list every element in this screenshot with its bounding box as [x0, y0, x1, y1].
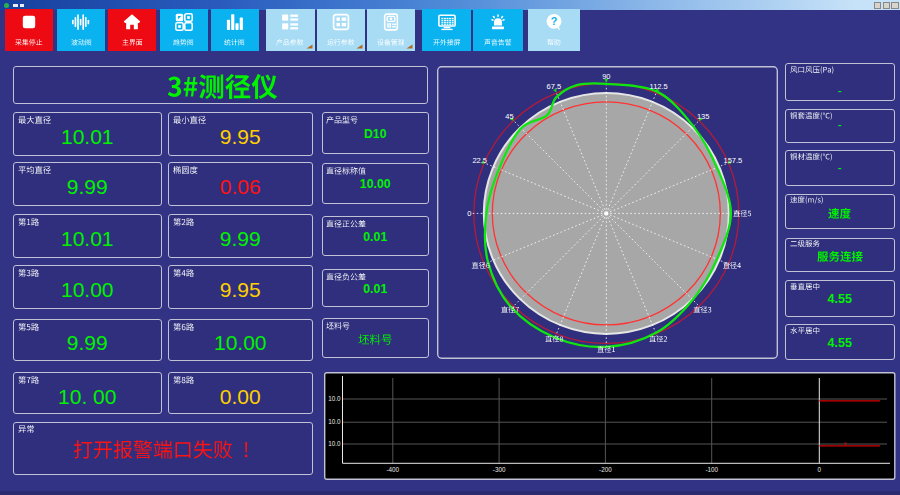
svg-text:67.5: 67.5	[546, 82, 561, 91]
svg-text:-400: -400	[386, 465, 399, 472]
svg-text:90: 90	[602, 71, 610, 80]
svg-text:22.5: 22.5	[472, 156, 487, 165]
svg-text:10.0: 10.0	[328, 395, 341, 402]
svg-text:112.5: 112.5	[649, 82, 667, 91]
svg-text:135: 135	[697, 111, 710, 120]
svg-text:x: x	[844, 439, 847, 445]
svg-text:0: 0	[818, 465, 822, 472]
svg-text:45: 45	[505, 111, 513, 120]
svg-text:0: 0	[467, 208, 471, 217]
svg-text:-200: -200	[599, 465, 612, 472]
svg-text:?: ?	[551, 15, 558, 27]
svg-text:-100: -100	[705, 465, 718, 472]
svg-text:157.5: 157.5	[723, 156, 742, 165]
svg-text:-300: -300	[493, 465, 506, 472]
svg-text:10.0: 10.0	[328, 418, 341, 425]
svg-text:10.0: 10.0	[328, 440, 341, 447]
